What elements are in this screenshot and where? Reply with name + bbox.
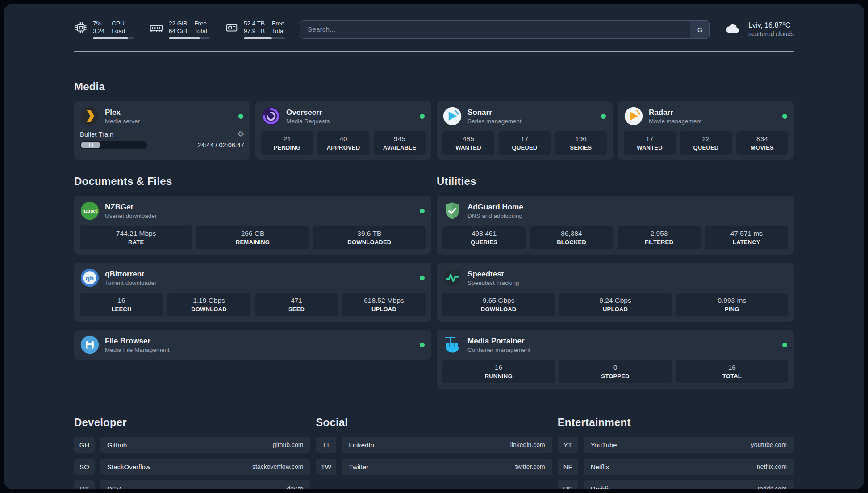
service-card-adguard[interactable]: AdGuard Home DNS and adblocking 498,461 … (437, 196, 794, 255)
service-card-sonarr[interactable]: Sonarr Series management 485 WANTED 17 Q… (437, 101, 613, 160)
bookmark-url: stackoverflow.com (252, 463, 303, 470)
bookmark-name: Reddit (591, 485, 610, 490)
service-card-qbittorrent[interactable]: qb qBittorrent Torrent downloader 16 (74, 263, 431, 322)
bookmark-abbr: YT (558, 437, 578, 453)
stat-latency: 47.571 ms LATENCY (705, 226, 788, 249)
pause-button[interactable] (81, 142, 100, 148)
disk-free-label: Free (272, 20, 285, 27)
section-title-utilities: Utilities (437, 175, 794, 188)
bookmark-name: DEV (107, 485, 121, 490)
status-dot (782, 114, 787, 119)
search-input[interactable] (300, 21, 690, 38)
stat-value: 266 GB (198, 230, 307, 238)
disk-usage-bar (244, 37, 285, 39)
dashboard: 7% 3.24 CPU Load (4, 4, 864, 489)
stat-value: 47.571 ms (707, 230, 786, 238)
stat-value: 86,384 (532, 230, 611, 238)
stat-label: SERIES (557, 144, 605, 151)
stat-wanted: 17 WANTED (624, 131, 676, 155)
stat-value: 17 (626, 135, 674, 143)
filebrowser-icon (80, 335, 100, 355)
ram-usage-bar (169, 37, 210, 39)
stat-value: 9.65 Gbps (444, 297, 553, 305)
bookmark-stackoverflow[interactable]: SO StackOverflow stackoverflow.com (74, 459, 310, 475)
bookmark-group-developer: Developer GH Github github.com SO StackO… (74, 416, 310, 489)
service-card-nzbget[interactable]: nzbget NZBGet Usenet downloader 744.21 M… (74, 196, 431, 255)
stat-value: 22 (682, 135, 730, 143)
stat-label: FILTERED (619, 239, 699, 246)
stat-value: 21 (263, 135, 311, 143)
stat-running: 16 RUNNING (442, 360, 555, 383)
cpu-label: CPU (112, 20, 125, 27)
ram-total-value: 64 GiB (169, 27, 187, 35)
bookmark-url: netflix.com (757, 463, 787, 470)
utilities-column: Utilities AdGuard Home DNS and adblockin… (437, 175, 794, 389)
stat-label: QUERIES (444, 239, 524, 246)
bookmark-abbr: DT (74, 480, 95, 489)
stat-queued: 22 QUEUED (680, 131, 732, 155)
stat-label: AVAILABLE (376, 144, 424, 151)
bookmark-abbr: SO (74, 459, 95, 475)
radarr-icon (624, 106, 643, 126)
service-card-plex[interactable]: Plex Media server Bullet Train ⚙ 24:44 (74, 101, 250, 160)
stat-value: 16 (678, 363, 786, 372)
stat-upload: 618.52 Mbps UPLOAD (342, 293, 426, 316)
bookmark-twitter[interactable]: TW Twitter twitter.com (316, 459, 552, 475)
service-subtitle: Media server (105, 118, 233, 125)
disk-usage-bar-fill (244, 37, 272, 39)
ram-usage-bar-fill (169, 37, 200, 39)
status-dot (420, 276, 425, 280)
stat-approved: 40 APPROVED (317, 131, 369, 155)
bookmark-github[interactable]: GH Github github.com (74, 437, 310, 453)
weather-widget[interactable]: Lviv, 16.87°C scattered clouds (722, 21, 794, 38)
section-title-media: Media (74, 80, 794, 93)
service-subtitle: Speedtest Tracking (467, 280, 788, 286)
stat-value: 17 (501, 135, 549, 143)
search-bar: G (300, 20, 710, 39)
cpu-usage-bar (93, 37, 134, 39)
service-subtitle: Container management (467, 347, 777, 353)
bookmark-reddit[interactable]: RE Reddit reddit.com (558, 480, 794, 489)
adguard-shield-icon (442, 201, 462, 221)
playback-progress-bar[interactable] (80, 141, 147, 149)
search-engine-button[interactable]: G (690, 21, 709, 38)
bookmark-netflix[interactable]: NF Netflix netflix.com (558, 459, 794, 475)
stat-remaining: 266 GB REMAINING (196, 226, 309, 249)
stat-value: 2,953 (619, 230, 699, 238)
svg-text:qb: qb (86, 275, 94, 282)
bookmark-dev[interactable]: DT DEV dev.to (74, 480, 310, 489)
stat-label: TOTAL (678, 373, 786, 380)
now-playing-widget: Bullet Train ⚙ 24:44 / 02:06:47 (80, 130, 244, 149)
service-name: qBittorrent (105, 270, 414, 279)
stat-label: UPLOAD (561, 306, 669, 313)
service-name: Speedtest (467, 270, 788, 279)
service-card-overseerr[interactable]: Overseerr Media Requests 21 PENDING 40 A… (255, 101, 431, 160)
stat-label: WANTED (626, 144, 674, 151)
bookmark-group-social: Social LI LinkedIn linkedin.com TW Twitt… (316, 416, 552, 489)
stat-downloaded: 39.6 TB DOWNLOADED (313, 226, 426, 249)
bookmark-abbr: GH (74, 437, 95, 453)
portainer-icon (442, 335, 462, 355)
service-card-portainer[interactable]: Media Portainer Container management 16 … (437, 330, 794, 389)
bookmark-name: LinkedIn (349, 441, 374, 449)
stat-wanted: 485 WANTED (442, 131, 494, 155)
section-title-entertainment: Entertainment (558, 416, 794, 429)
service-card-filebrowser[interactable]: File Browser Media File Management (74, 330, 431, 360)
service-card-speedtest[interactable]: Speedtest Speedtest Tracking 9.65 Gbps D… (437, 263, 794, 322)
playback-time: 24:44 / 02:06:47 (197, 142, 244, 149)
gear-icon[interactable]: ⚙ (238, 130, 244, 138)
stat-label: SEED (257, 306, 336, 313)
bookmark-linkedin[interactable]: LI LinkedIn linkedin.com (316, 437, 552, 453)
bookmark-youtube[interactable]: YT YouTube youtube.com (558, 437, 794, 453)
disk-total-label: Total (272, 27, 285, 35)
stat-value: 39.6 TB (315, 230, 424, 238)
stat-value: 498,461 (444, 230, 524, 238)
topbar-divider (74, 51, 794, 52)
stat-stopped: 0 STOPPED (559, 360, 671, 383)
stat-label: BLOCKED (532, 239, 611, 246)
service-card-radarr[interactable]: Radarr Movie management 17 WANTED 22 QUE… (618, 101, 794, 160)
ram-icon (149, 21, 163, 35)
ram-widget: 22 GiB 64 GiB Free Total (149, 20, 210, 39)
section-title-social: Social (316, 416, 552, 429)
cpu-usage-value: 7% (93, 20, 104, 27)
